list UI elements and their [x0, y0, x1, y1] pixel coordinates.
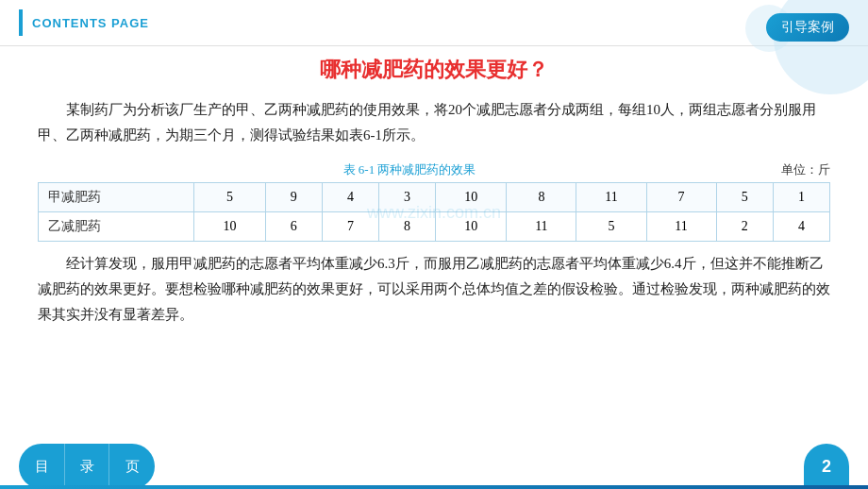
- paragraph-1: 某制药厂为分析该厂生产的甲、乙两种减肥药的使用效果，将20个减肥志愿者分成两组，…: [38, 97, 830, 148]
- table-cell: 7: [322, 212, 378, 242]
- table-cell: 3: [378, 183, 435, 212]
- table-cell: 11: [507, 212, 576, 242]
- table-caption: 表 6-1 两种减肥药的效果: [38, 161, 781, 178]
- table-cell: 11: [646, 212, 716, 242]
- table-cell: 10: [436, 183, 507, 212]
- data-table: 甲减肥药594310811751乙减肥药10678101151124: [38, 182, 830, 242]
- table-cell: 10: [194, 212, 265, 242]
- table-row: 甲减肥药594310811751: [39, 183, 830, 212]
- footer-tab[interactable]: 页: [109, 444, 155, 489]
- table-unit: 单位：斤: [781, 161, 830, 178]
- header-title: CONTENTS PAGE: [32, 16, 149, 30]
- footer: 目录页 2: [0, 444, 868, 489]
- table-cell: 6: [265, 212, 322, 242]
- table-cell: 9: [265, 183, 322, 212]
- table-container: 表 6-1 两种减肥药的效果 单位：斤 甲减肥药594310811751乙减肥药…: [38, 158, 830, 242]
- footer-line: [0, 485, 868, 489]
- paragraph-2: 经计算发现，服用甲减肥药的志愿者平均体重减少6.3斤，而服用乙减肥药的志愿者平均…: [38, 251, 830, 328]
- table-cell: 8: [378, 212, 435, 242]
- table-cell: 7: [646, 183, 716, 212]
- table-row: 乙减肥药10678101151124: [39, 212, 830, 242]
- main-content: 哪种减肥药的效果更好？ 某制药厂为分析该厂生产的甲、乙两种减肥药的使用效果，将2…: [0, 46, 868, 328]
- table-cell: 4: [322, 183, 378, 212]
- top-right-decoration: 引导案例: [679, 0, 868, 76]
- page-number: 2: [804, 444, 849, 489]
- table-wrapper: 甲减肥药594310811751乙减肥药10678101151124 www.z…: [38, 182, 830, 242]
- table-cell: 5: [576, 212, 646, 242]
- guide-badge: 引导案例: [766, 13, 849, 42]
- table-cell: 5: [194, 183, 265, 212]
- table-cell: 1: [773, 183, 829, 212]
- table-cell: 8: [507, 183, 576, 212]
- footer-tab[interactable]: 目: [19, 444, 64, 489]
- footer-tab[interactable]: 录: [64, 444, 109, 489]
- footer-tabs[interactable]: 目录页: [19, 444, 155, 489]
- table-cell: 10: [436, 212, 507, 242]
- table-cell: 4: [773, 212, 829, 242]
- table-cell: 11: [576, 183, 646, 212]
- table-caption-row: 表 6-1 两种减肥药的效果 单位：斤: [38, 158, 830, 182]
- header-accent-bar: [19, 9, 23, 36]
- table-cell: 5: [716, 183, 773, 212]
- table-cell: 2: [716, 212, 773, 242]
